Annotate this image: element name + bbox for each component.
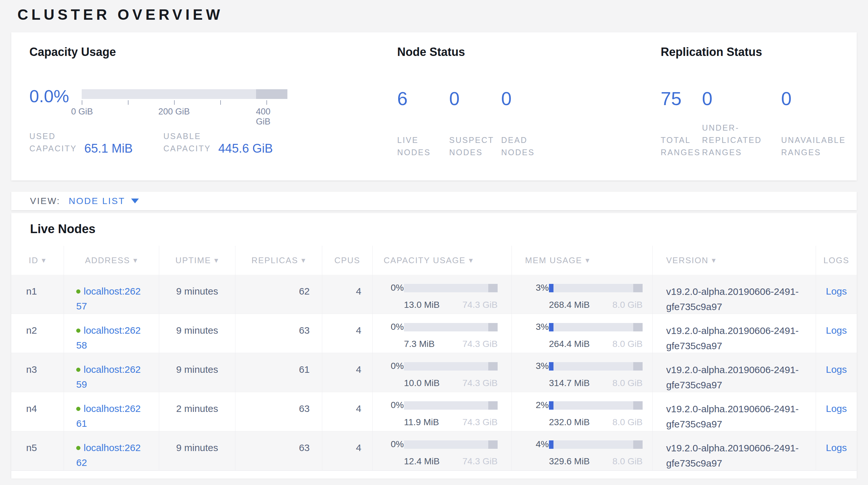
- uptime-cell: 9 minutes: [159, 353, 236, 393]
- node-address-link[interactable]: localhost:26257: [76, 286, 141, 311]
- unavailable-ranges-value: 0: [781, 89, 856, 108]
- mem-usage-cell: 3% 314.7 MiB 8.0 GiB: [512, 353, 653, 393]
- live-nodes-title: Live Nodes: [11, 213, 857, 246]
- replicas-cell: 63: [236, 431, 322, 471]
- column-header-id[interactable]: ID▾: [11, 246, 64, 275]
- capacity-bar-end-segment: [488, 362, 498, 371]
- sort-icon: ▾: [301, 256, 306, 265]
- capacity-usage-section: Capacity Usage 0.0% 0 GiB 200 GiB 400 Gi…: [29, 45, 379, 154]
- mem-used-value: 232.0 MiB: [549, 415, 590, 430]
- view-dropdown[interactable]: NODE LIST: [69, 196, 139, 206]
- mem-used-value: 329.6 MiB: [549, 454, 590, 469]
- sort-icon: ▾: [469, 256, 473, 265]
- column-header-version[interactable]: VERSION▾: [653, 246, 816, 275]
- healthy-status-icon: [76, 407, 81, 411]
- mem-bar-fill: [549, 323, 554, 332]
- mem-bar-end-segment: [633, 440, 643, 449]
- capacity-used-value: 10.0 MiB: [404, 376, 440, 391]
- node-address-cell: localhost:26261: [64, 392, 159, 432]
- column-header-cpus[interactable]: CPUS: [322, 246, 373, 275]
- mem-used-value: 314.7 MiB: [549, 376, 590, 391]
- view-label: VIEW:: [30, 196, 60, 206]
- logs-link[interactable]: Logs: [826, 364, 847, 375]
- under-replicated-label: UNDER-REPLICATED RANGES: [702, 121, 781, 159]
- logs-cell: Logs: [816, 392, 857, 432]
- uptime-cell: 9 minutes: [159, 431, 236, 471]
- capacity-usage-cell: 0% 10.0 MiB 74.3 GiB: [373, 353, 512, 393]
- logs-link[interactable]: Logs: [826, 442, 847, 453]
- mem-total-value: 8.0 GiB: [613, 376, 643, 391]
- capacity-mini-bar: [404, 284, 498, 292]
- live-nodes-value: 6: [397, 89, 449, 108]
- chevron-down-icon: [131, 199, 139, 203]
- mem-bar-fill: [549, 284, 554, 292]
- capacity-bar-end-segment: [488, 284, 498, 292]
- node-address-link[interactable]: localhost:26259: [76, 364, 141, 390]
- capacity-percent-label: 0%: [391, 283, 404, 292]
- capacity-bar-end-segment: [256, 89, 287, 99]
- used-capacity-value: 65.1 MiB: [84, 142, 133, 155]
- node-address-link[interactable]: localhost:26258: [76, 325, 141, 350]
- column-header-mem-usage[interactable]: MEM USAGE▾: [512, 246, 653, 275]
- logs-cell: Logs: [816, 353, 857, 393]
- capacity-total-value: 74.3 GiB: [462, 415, 498, 430]
- logs-link[interactable]: Logs: [826, 403, 847, 414]
- replicas-cell: 61: [236, 353, 322, 393]
- axis-tick-label: 200 GiB: [158, 107, 190, 117]
- capacity-total-value: 74.3 GiB: [462, 297, 498, 312]
- dead-nodes-value: 0: [501, 89, 562, 108]
- cluster-summary-card: Capacity Usage 0.0% 0 GiB 200 GiB 400 Gi…: [11, 32, 857, 180]
- cpus-cell: 4: [322, 353, 373, 393]
- cpus-cell: 4: [322, 275, 373, 314]
- mem-bar-fill: [549, 440, 554, 449]
- capacity-bar-end-segment: [488, 401, 498, 410]
- capacity-mini-bar: [404, 362, 498, 371]
- column-header-capacity-usage[interactable]: CAPACITY USAGE▾: [373, 246, 512, 275]
- capacity-axis-ticks: [82, 99, 287, 106]
- column-header-address[interactable]: ADDRESS▾: [64, 246, 159, 275]
- mem-usage-cell: 4% 329.6 MiB 8.0 GiB: [512, 431, 653, 471]
- column-header-logs: LOGS: [816, 246, 857, 275]
- suspect-nodes-value: 0: [449, 89, 501, 108]
- capacity-total-value: 74.3 GiB: [462, 376, 498, 391]
- node-address-link[interactable]: localhost:26261: [76, 403, 141, 429]
- mem-used-value: 264.4 MiB: [549, 337, 590, 351]
- logs-link[interactable]: Logs: [826, 286, 847, 296]
- version-cell: v19.2.0-alpha.20190606-2491-gfe735c9a97: [653, 314, 816, 353]
- mem-mini-bar: [549, 401, 643, 410]
- axis-tick-label: 0 GiB: [71, 107, 93, 117]
- mem-total-value: 8.0 GiB: [613, 337, 643, 351]
- mem-percent-label: 4%: [536, 440, 549, 449]
- capacity-percent-label: 0%: [391, 440, 404, 449]
- column-header-replicas[interactable]: REPLICAS▾: [236, 246, 322, 275]
- total-ranges-stat: 75 TOTAL RANGES: [661, 89, 702, 159]
- mem-mini-bar: [549, 284, 643, 292]
- mem-mini-bar: [549, 323, 643, 332]
- mem-bar-fill: [549, 401, 554, 410]
- table-row: n1 localhost:26257 9 minutes 62 4 0% 13.…: [11, 275, 857, 314]
- usable-capacity-value: 445.6 GiB: [218, 142, 273, 155]
- mem-percent-label: 2%: [536, 401, 549, 410]
- view-dropdown-value[interactable]: NODE LIST: [69, 196, 125, 206]
- version-cell: v19.2.0-alpha.20190606-2491-gfe735c9a97: [653, 392, 816, 432]
- capacity-usage-cell: 0% 13.0 MiB 74.3 GiB: [373, 275, 512, 314]
- live-nodes-label: LIVE NODES: [397, 134, 449, 159]
- mem-bar-end-segment: [633, 401, 643, 410]
- replicas-cell: 62: [236, 275, 322, 314]
- mem-usage-cell: 3% 264.4 MiB 8.0 GiB: [512, 314, 653, 353]
- capacity-mini-bar: [404, 323, 498, 332]
- capacity-usage-cell: 0% 7.3 MiB 74.3 GiB: [373, 314, 512, 353]
- replication-status-section: Replication Status 75 TOTAL RANGES 0 UND…: [661, 45, 861, 159]
- capacity-used-value: 12.4 MiB: [404, 454, 440, 469]
- under-replicated-value: 0: [702, 89, 781, 108]
- column-header-uptime[interactable]: UPTIME▾: [159, 246, 236, 275]
- mem-total-value: 8.0 GiB: [613, 454, 643, 469]
- mem-usage-cell: 3% 268.4 MiB 8.0 GiB: [512, 275, 653, 314]
- logs-link[interactable]: Logs: [826, 325, 847, 336]
- table-row: n5 localhost:26262 9 minutes 63 4 0% 12.…: [11, 431, 857, 470]
- replicas-cell: 63: [236, 314, 322, 353]
- table-row: n3 localhost:26259 9 minutes 61 4 0% 10.…: [11, 353, 857, 392]
- total-ranges-label: TOTAL RANGES: [661, 134, 702, 159]
- version-cell: v19.2.0-alpha.20190606-2491-gfe735c9a97: [653, 431, 816, 471]
- node-address-link[interactable]: localhost:26262: [76, 442, 141, 468]
